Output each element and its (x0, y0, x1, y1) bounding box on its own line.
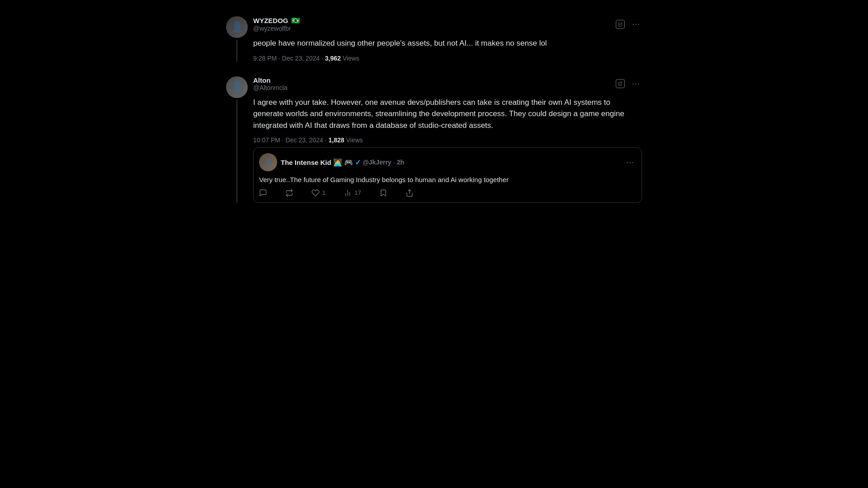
handle-alton: @Altonmcla (253, 84, 288, 91)
tweet-wyzedog: 👤 WYZEDOG 🇧🇷 @wyzewolfbr (217, 9, 651, 69)
reply-header: 👤 The Intense Kid 🧑‍💻 🎮 ✓ @JkJerry · 2h (259, 153, 636, 171)
avatar-col-alton: 👤 (226, 76, 248, 203)
edit-svg (618, 20, 623, 28)
reply-user-row: 👤 The Intense Kid 🧑‍💻 🎮 ✓ @JkJerry · 2h (259, 153, 404, 171)
display-name-alton: Alton (253, 76, 288, 84)
tweet-1-header: WYZEDOG 🇧🇷 @wyzewolfbr ··· (253, 16, 642, 32)
reply-time: 2h (397, 159, 404, 166)
thread-line-2 (236, 100, 237, 203)
views-count: 17 (354, 189, 361, 196)
more-options-reply[interactable]: ··· (624, 157, 636, 168)
avatar-image-intense: 👤 (259, 153, 277, 171)
tweet-1-views-count: 3,962 (325, 55, 341, 62)
share-icon (406, 189, 414, 197)
bookmark-action[interactable] (379, 189, 387, 197)
like-action[interactable]: 1 (311, 189, 326, 197)
tweet-1-content: WYZEDOG 🇧🇷 @wyzewolfbr ··· (253, 16, 642, 62)
tweet-2-date: Dec 23, 2024 (286, 136, 323, 144)
tweet-2-content: Alton @Altonmcla ··· I agree with yo (253, 76, 642, 203)
tweet-1-meta: 9:28 PM · Dec 23, 2024 · 3,962 Views (253, 55, 642, 62)
like-icon (311, 189, 320, 197)
handle-wyzedog: @wyzewolfbr (253, 25, 300, 32)
reply-actions: 1 17 (259, 189, 636, 197)
edit-svg-2 (618, 80, 623, 88)
like-count: 1 (322, 189, 326, 196)
tweet-2-views-count: 1,828 (329, 136, 344, 144)
user-info-wyzedog: WYZEDOG 🇧🇷 @wyzewolfbr (253, 16, 300, 32)
share-action[interactable] (406, 189, 414, 197)
reply-body: Very true..The future of Gaming Industry… (259, 175, 636, 185)
reply-emojis: 🧑‍💻 🎮 (333, 158, 353, 167)
avatar-col-wyzedog: 👤 (226, 16, 248, 62)
avatar-intense-kid[interactable]: 👤 (259, 153, 277, 171)
user-info-alton: Alton @Altonmcla (253, 76, 288, 91)
retweet-icon (285, 189, 293, 197)
pencil-icon-2[interactable] (616, 79, 625, 88)
reply-handle: @JkJerry (363, 159, 391, 166)
tweet-2-body: I agree with your take. However, one ave… (253, 97, 642, 131)
tweet-2-views-label: Views (346, 136, 363, 144)
tweet-2-actions-top: ··· (616, 78, 642, 89)
tweet-1-actions-top: ··· (616, 19, 642, 30)
tweet-1-views-label: Views (343, 55, 359, 62)
avatar-alton[interactable]: 👤 (226, 76, 248, 98)
thread-line-1 (236, 40, 237, 62)
feed-container: 👤 WYZEDOG 🇧🇷 @wyzewolfbr (217, 0, 651, 219)
pencil-icon-1[interactable] (616, 20, 625, 29)
tweet-alton: 👤 Alton @Altonmcla (217, 69, 651, 210)
views-icon (344, 189, 352, 197)
avatar-wyzedog[interactable]: 👤 (226, 16, 248, 38)
display-name-wyzedog: WYZEDOG 🇧🇷 (253, 16, 300, 25)
tweet-2-header: Alton @Altonmcla ··· (253, 76, 642, 91)
retweet-action[interactable] (285, 189, 293, 197)
views-action[interactable]: 17 (344, 189, 361, 197)
tweet-1-body: people have normalized using other peopl… (253, 38, 642, 49)
more-options-2[interactable]: ··· (630, 78, 642, 89)
bookmark-icon (379, 189, 387, 197)
verified-badge: ✓ (355, 158, 361, 167)
more-options-1[interactable]: ··· (630, 19, 642, 30)
reply-user-info: The Intense Kid 🧑‍💻 🎮 ✓ @JkJerry · 2h (281, 158, 404, 167)
reply-display-name: The Intense Kid 🧑‍💻 🎮 ✓ @JkJerry · 2h (281, 158, 404, 167)
tweet-2-meta: 10:07 PM · Dec 23, 2024 · 1,828 Views (253, 136, 642, 144)
tweet-1-date: Dec 23, 2024 (282, 55, 320, 62)
flag-emoji: 🇧🇷 (291, 16, 300, 25)
avatar-image: 👤 (226, 16, 248, 38)
reply-icon (259, 189, 267, 197)
tweet-2-time: 10:07 PM (253, 136, 280, 144)
avatar-image-alton: 👤 (226, 76, 248, 98)
reply-action[interactable] (259, 189, 267, 197)
tweet-1-time: 9:28 PM (253, 55, 277, 62)
reply-card: 👤 The Intense Kid 🧑‍💻 🎮 ✓ @JkJerry · 2h (253, 147, 642, 203)
